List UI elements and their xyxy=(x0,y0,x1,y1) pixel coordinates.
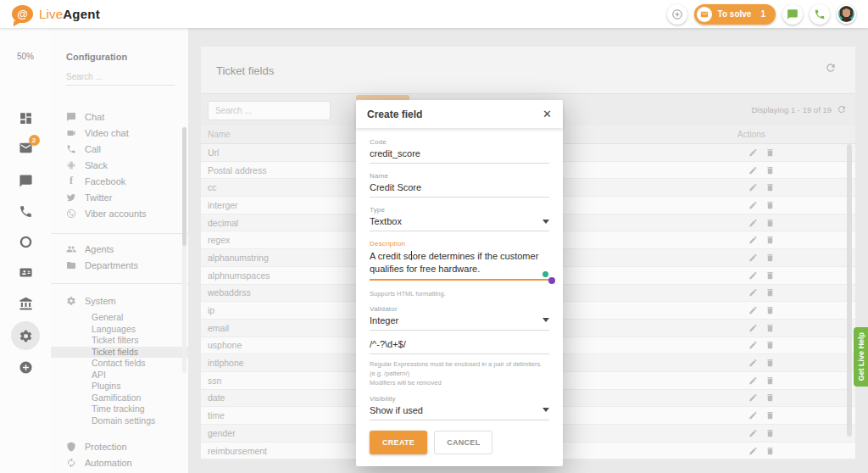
delete-icon[interactable] xyxy=(765,393,775,403)
row-actions xyxy=(748,393,775,403)
type-select[interactable]: Textbox xyxy=(370,216,549,231)
config-subitem[interactable]: Domain settings xyxy=(51,415,188,427)
page-title: Ticket fields xyxy=(216,64,274,77)
close-icon[interactable]: ✕ xyxy=(542,109,552,120)
code-input[interactable]: credit_score xyxy=(370,148,549,164)
delete-icon[interactable] xyxy=(765,165,775,175)
delete-icon[interactable] xyxy=(765,253,775,262)
config-subitem[interactable]: General xyxy=(51,312,188,324)
regex-field: /^-?\d+$/ xyxy=(370,339,549,354)
refresh-icon[interactable] xyxy=(837,104,847,114)
delete-icon[interactable] xyxy=(765,341,775,350)
delete-icon[interactable] xyxy=(765,147,775,157)
edit-icon[interactable] xyxy=(748,236,758,245)
config-item-call[interactable]: Call xyxy=(51,141,188,157)
regex-input[interactable]: /^-?\d+$/ xyxy=(370,339,549,354)
config-scrollbar-thumb[interactable] xyxy=(182,127,186,246)
rail-chats[interactable] xyxy=(0,174,51,188)
rail-reports[interactable] xyxy=(0,235,51,249)
field-name: alphnumspaces xyxy=(208,270,270,281)
create-button[interactable]: CREATE xyxy=(370,431,427,454)
edit-icon[interactable] xyxy=(748,218,758,227)
rail-calls[interactable] xyxy=(0,204,51,219)
edit-icon[interactable] xyxy=(748,359,758,368)
regex-help-line2: Modifiers will be removed xyxy=(370,378,549,387)
config-subitem[interactable]: Contact fields xyxy=(51,358,188,370)
config-item-facebook[interactable]: fFacebook xyxy=(51,173,188,189)
cancel-button[interactable]: CANCEL xyxy=(434,431,492,454)
rail-tickets[interactable]: 2 xyxy=(0,141,51,159)
delete-icon[interactable] xyxy=(765,376,775,385)
config-item-protection[interactable]: Protection xyxy=(51,438,188,454)
name-input[interactable]: Credit Score xyxy=(370,182,549,198)
rail-dashboard[interactable] xyxy=(0,111,51,125)
config-subitem[interactable]: Gamification xyxy=(51,392,188,404)
config-item-chat[interactable]: Chat xyxy=(51,113,188,125)
config-subitem[interactable]: Time tracking xyxy=(51,403,188,415)
rail-add[interactable] xyxy=(0,360,51,375)
edit-icon[interactable] xyxy=(748,376,758,385)
config-item-automation[interactable]: Automation xyxy=(51,454,188,470)
calls-button[interactable] xyxy=(810,4,830,25)
delete-icon[interactable] xyxy=(765,218,775,227)
edit-icon[interactable] xyxy=(748,306,758,315)
edit-icon[interactable] xyxy=(748,323,758,332)
config-item-video-chat[interactable]: Video chat xyxy=(51,125,188,141)
config-search-input[interactable] xyxy=(66,69,175,86)
delete-icon[interactable] xyxy=(765,183,775,192)
config-subitem[interactable]: Languages xyxy=(51,324,188,336)
delete-icon[interactable] xyxy=(765,411,775,420)
delete-icon[interactable] xyxy=(765,359,775,368)
delete-icon[interactable] xyxy=(765,306,775,315)
config-subitem[interactable]: Ticket fields xyxy=(51,347,188,359)
edit-icon[interactable] xyxy=(748,393,758,403)
visibility-select[interactable]: Show if used xyxy=(370,405,549,420)
config-item-viber[interactable]: Viber accounts xyxy=(51,205,188,221)
table-scrollbar[interactable] xyxy=(847,144,852,437)
delete-icon[interactable] xyxy=(765,236,775,245)
column-name: Name xyxy=(208,130,231,139)
validator-select[interactable]: Integer xyxy=(370,315,549,331)
edit-icon[interactable] xyxy=(748,165,758,175)
edit-icon[interactable] xyxy=(748,147,758,157)
description-field: Description A credit score determines if… xyxy=(370,240,549,281)
to-solve-button[interactable]: To solve 1 xyxy=(694,4,776,25)
edit-icon[interactable] xyxy=(748,270,758,280)
chats-button[interactable] xyxy=(782,4,803,25)
get-live-help-tab[interactable]: Get Live Help xyxy=(854,327,868,387)
app-logo[interactable]: @ LiveAgent xyxy=(12,5,100,23)
edit-icon[interactable] xyxy=(748,428,758,437)
row-actions xyxy=(748,183,775,192)
avatar[interactable] xyxy=(837,4,856,24)
delete-icon[interactable] xyxy=(765,200,775,209)
table-search-input[interactable] xyxy=(208,101,331,120)
delete-icon[interactable] xyxy=(765,323,775,332)
description-input[interactable]: A credit score determines if the custome… xyxy=(370,250,549,281)
edit-icon[interactable] xyxy=(748,288,758,298)
add-new-button[interactable] xyxy=(667,4,687,25)
delete-icon[interactable] xyxy=(765,270,775,280)
rail-settings[interactable] xyxy=(0,321,51,350)
config-item-agents[interactable]: Agents xyxy=(51,241,188,257)
edit-icon[interactable] xyxy=(748,183,758,192)
config-subitem[interactable]: Plugins xyxy=(51,381,188,392)
config-item-departments[interactable]: Departments xyxy=(51,257,188,273)
edit-icon[interactable] xyxy=(748,446,758,455)
config-subitem[interactable]: API xyxy=(51,370,188,381)
config-subitem[interactable]: Ticket filters xyxy=(51,335,188,347)
edit-icon[interactable] xyxy=(748,341,758,350)
rail-billing[interactable] xyxy=(0,297,51,311)
edit-icon[interactable] xyxy=(748,200,758,209)
refresh-icon[interactable] xyxy=(825,62,837,74)
delete-icon[interactable] xyxy=(765,428,775,437)
config-item-slack[interactable]: Slack xyxy=(51,157,188,173)
edit-icon[interactable] xyxy=(748,253,758,262)
edit-icon[interactable] xyxy=(748,411,758,420)
config-item-system[interactable]: System xyxy=(51,292,188,309)
rail-customers[interactable] xyxy=(0,265,51,280)
delete-icon[interactable] xyxy=(765,288,775,298)
chevron-down-icon xyxy=(542,220,549,224)
people-icon xyxy=(66,244,76,254)
delete-icon[interactable] xyxy=(765,446,775,455)
config-item-twitter[interactable]: Twitter xyxy=(51,189,188,205)
